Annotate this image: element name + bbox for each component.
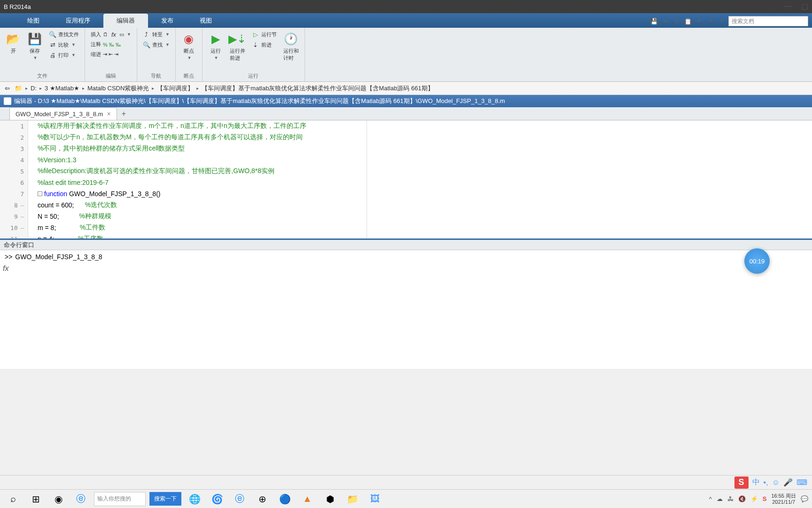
group-label: 运行	[206, 71, 301, 79]
comment-button[interactable]: 注释 % ‰ ‰	[89, 40, 133, 49]
tray-onedrive-icon[interactable]: ☁	[717, 495, 723, 502]
code-line: %last edit time:2019-6-7	[38, 179, 109, 186]
fold-icon[interactable]: −	[38, 191, 42, 196]
taskbar-search[interactable]: 输入你想搜的	[94, 492, 146, 506]
ribbon-group-run: ▶ 运行 ▼ ▶⇣ 运行并 前进 ▷运行节 ⇣前进 🕐 运行和 计时 运行	[203, 28, 305, 81]
maximize-icon[interactable]: ▢	[801, 2, 808, 11]
taskbar: ⌕ ⊞ ◉ ⓔ 输入你想搜的 搜索一下 🌐 🌀 ⓔ ⊕ 🔵 ▲ ⬢ 📁 🖼 ^ …	[0, 489, 812, 508]
code-text: n = 4:	[38, 235, 54, 240]
run-section-icon: ▷	[252, 31, 259, 38]
run-section-button[interactable]: ▷运行节	[250, 30, 279, 39]
minimize-icon[interactable]: —	[784, 2, 792, 11]
goto-button[interactable]: ⤴转至▼	[141, 30, 172, 39]
app2-icon[interactable]: ⬢	[320, 492, 339, 507]
window-title: B R2014a	[4, 3, 31, 10]
search-docs-input[interactable]: 搜索文档	[728, 16, 808, 26]
taskbar-clock[interactable]: 16:55 周日 2021/11/7	[771, 493, 796, 505]
breakpoints-button[interactable]: ◉ 断点 ▼	[180, 30, 198, 62]
qa-save-icon[interactable]: 💾	[649, 16, 659, 26]
tab-view[interactable]: 视图	[187, 14, 225, 28]
timer-badge[interactable]: 00:19	[744, 248, 770, 274]
photos-icon[interactable]: 🖼	[366, 492, 384, 507]
chrome-icon[interactable]: 🌀	[208, 492, 226, 507]
advance-button[interactable]: ⇣前进	[250, 40, 279, 49]
browser-icon[interactable]: ⊕	[253, 492, 272, 507]
tray-ime-icon[interactable]: S	[763, 495, 767, 502]
tab-editor[interactable]: 编辑器	[103, 14, 148, 28]
find-files-icon: 🔍	[49, 31, 56, 38]
file-tab-active[interactable]: GWO_Model_FJSP_1_3_8_8.m ×	[9, 107, 117, 120]
command-window[interactable]: >> GWO_Model_FJSP_1_3_8_8 fx	[0, 250, 812, 369]
run-time-button[interactable]: 🕐 运行和 计时	[281, 30, 301, 64]
system-tray: ^ ☁ 🖧 🔇 ⚡ S 16:55 周日 2021/11/7 💬	[709, 493, 808, 505]
nav-back-icon[interactable]: ⇦	[3, 84, 11, 93]
compare-button[interactable]: ⇄比较▼	[47, 40, 81, 49]
line-gutter: 1 2 3 4 5 6 7 8– 9– 10– 11–	[0, 120, 28, 238]
run-button[interactable]: ▶ 运行 ▼	[206, 30, 225, 62]
tray-up-icon[interactable]: ^	[709, 495, 712, 502]
tab-apps[interactable]: 应用程序	[53, 14, 103, 28]
ie-icon[interactable]: ⓔ	[71, 492, 90, 507]
compare-icon: ⇄	[49, 41, 56, 48]
ime-keyboard-icon[interactable]: ⌨	[796, 478, 807, 487]
tray-network-icon[interactable]: 🖧	[727, 495, 734, 502]
group-label: 编辑	[89, 71, 133, 79]
find-files-button[interactable]: 🔍查找文件	[47, 30, 81, 39]
ime-bar: S 中 •, ☺ 🎤 ⌨	[0, 475, 812, 489]
code-text: GWO_Model_FJSP_1_3_8_8()	[67, 190, 160, 198]
code-text: m = 8;	[38, 224, 56, 231]
edge-icon[interactable]: ⓔ	[230, 492, 249, 507]
task-view-icon[interactable]: ⊞	[26, 492, 45, 507]
qa-help-icon[interactable]: ?	[717, 16, 726, 26]
tray-volume-icon[interactable]: 🔇	[738, 495, 746, 502]
qa-undo-icon[interactable]: ↶	[695, 16, 704, 26]
search-button[interactable]: 搜索一下	[149, 492, 181, 506]
qa-copy-icon[interactable]: ⎘	[672, 16, 681, 26]
code-content[interactable]: %该程序用于解决柔性作业车间调度，m个工件，n道工序，其中n为最大工序数，工件的…	[28, 120, 812, 238]
ime-emoji-icon[interactable]: ☺	[772, 478, 780, 487]
code-comment: %工序数	[54, 235, 103, 240]
addr-seg[interactable]: 【车间调度】基于matlab灰狼优化算法求解柔性作业车间问题【含Matlab源码…	[202, 84, 433, 93]
save-button[interactable]: 💾 保存 ▼	[25, 30, 44, 62]
file-tab-label: GWO_Model_FJSP_1_3_8_8.m	[16, 111, 103, 118]
addr-seg[interactable]: Matalb CSDN紫极神光	[87, 84, 149, 93]
print-button[interactable]: 🖨打印▼	[47, 50, 81, 60]
matlab-icon[interactable]: ▲	[298, 492, 317, 507]
folder-icon[interactable]: 📁	[14, 84, 23, 93]
code-keyword: function	[44, 190, 67, 198]
app-icon[interactable]: 🌐	[185, 492, 204, 507]
qa-paste-icon[interactable]: 📋	[683, 16, 693, 26]
addr-drive[interactable]: D:	[31, 85, 37, 92]
ime-cn-icon[interactable]: 中	[752, 477, 760, 487]
explorer-icon[interactable]: 📁	[343, 492, 362, 507]
obs-icon[interactable]: ◉	[49, 492, 68, 507]
ime-punct-icon[interactable]: •,	[764, 478, 768, 487]
insert-button[interactable]: 插入 🗒 fx ▭▼	[89, 30, 133, 39]
find-button[interactable]: 🔍查找▼	[141, 40, 172, 49]
code-comment: %种群规模	[59, 212, 111, 221]
addr-seg[interactable]: 【车间调度】	[157, 84, 194, 93]
clock-icon: 🕐	[283, 32, 298, 47]
tab-publish[interactable]: 发布	[148, 14, 187, 28]
indent-button[interactable]: 缩进 ⇥ ⇤ ⇥	[89, 50, 133, 59]
qa-cut-icon[interactable]: ✂	[661, 16, 670, 26]
editor-icon	[4, 97, 11, 105]
tray-battery-icon[interactable]: ⚡	[750, 495, 758, 502]
code-line: %数可以少于n，加工机器数为M，每个工件的每道工序具有多个机器可以选择，对应的时…	[38, 133, 303, 142]
browser2-icon[interactable]: 🔵	[275, 492, 294, 507]
add-tab-button[interactable]: +	[117, 108, 131, 120]
tab-plot[interactable]: 绘图	[14, 14, 53, 28]
code-text: count = 600;	[38, 201, 74, 209]
open-icon: 📂	[6, 32, 21, 47]
ime-mic-icon[interactable]: 🎤	[783, 478, 793, 487]
advance-icon: ⇣	[252, 41, 259, 48]
start-search-icon[interactable]: ⌕	[4, 492, 23, 507]
close-icon[interactable]: ×	[107, 110, 110, 118]
open-button[interactable]: 📂 开	[4, 30, 23, 56]
addr-seg[interactable]: 3 ★Matlab★	[45, 85, 79, 92]
run-advance-button[interactable]: ▶⇣ 运行并 前进	[228, 30, 247, 64]
ime-sogou-icon[interactable]: S	[734, 476, 749, 489]
notification-icon[interactable]: 💬	[801, 495, 808, 502]
qa-redo-icon[interactable]: ↷	[706, 16, 715, 26]
code-editor[interactable]: 1 2 3 4 5 6 7 8– 9– 10– 11– %该程序用于解决柔性作业…	[0, 120, 812, 240]
